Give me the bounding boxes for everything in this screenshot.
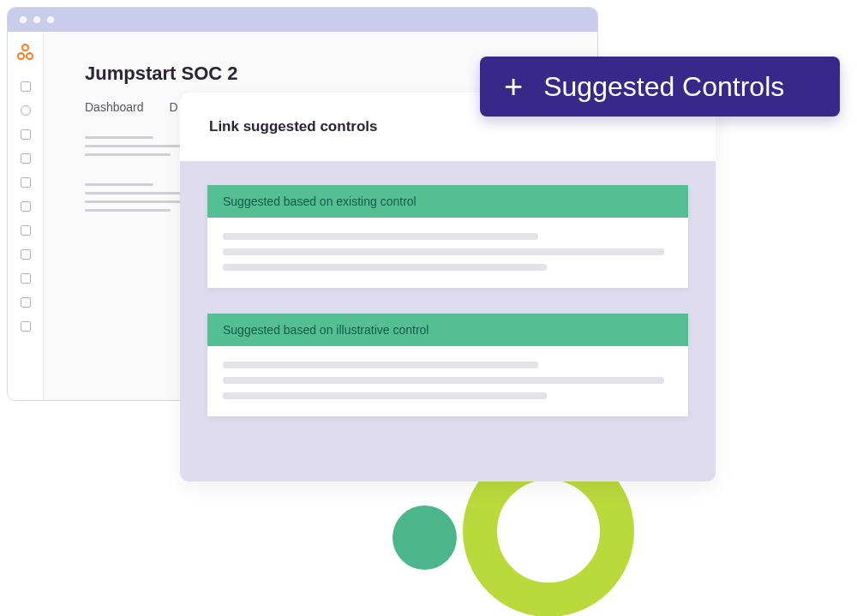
suggestion-card-content (207, 218, 688, 288)
placeholder-line (223, 264, 547, 271)
traffic-light-icon (47, 16, 54, 23)
suggestion-card-content (207, 346, 688, 416)
suggestion-card-header: Suggested based on existing control (207, 185, 688, 218)
sidebar-item-icon[interactable] (21, 201, 31, 212)
sidebar-item-icon[interactable] (21, 129, 31, 140)
suggested-controls-button[interactable]: + Suggested Controls (480, 57, 840, 117)
suggestion-card-illustrative[interactable]: Suggested based on illustrative control (207, 314, 688, 416)
sidebar-item-icon[interactable] (21, 249, 31, 260)
sidebar-item-icon[interactable] (21, 177, 31, 188)
sidebar-item-icon[interactable] (21, 81, 31, 92)
sidebar-item-icon[interactable] (21, 297, 31, 308)
suggestion-card-existing[interactable]: Suggested based on existing control (207, 185, 688, 288)
placeholder-line (223, 233, 538, 240)
sidebar-item-icon[interactable] (21, 153, 31, 164)
tab-truncated[interactable]: D (170, 100, 178, 114)
decorative-dot (393, 505, 457, 570)
traffic-light-icon (20, 16, 27, 23)
plus-icon: + (504, 70, 523, 103)
link-controls-modal: Link suggested controls Suggested based … (180, 93, 716, 481)
suggestion-card-header: Suggested based on illustrative control (207, 314, 688, 346)
sidebar-item-icon[interactable] (21, 105, 31, 116)
modal-title: Link suggested controls (209, 118, 377, 135)
placeholder-line (223, 362, 538, 368)
placeholder-line (223, 392, 547, 399)
modal-body: Suggested based on existing control Sugg… (180, 161, 716, 440)
sidebar (8, 32, 44, 400)
sidebar-item-icon[interactable] (21, 225, 31, 236)
button-label: Suggested Controls (543, 71, 784, 103)
placeholder-line (223, 248, 664, 255)
placeholder-line (223, 377, 664, 384)
sidebar-item-icon[interactable] (21, 321, 31, 332)
tab-dashboard[interactable]: Dashboard (85, 100, 144, 114)
window-titlebar (8, 8, 597, 32)
traffic-light-icon (33, 16, 40, 23)
sidebar-item-icon[interactable] (21, 273, 31, 284)
app-logo-icon (17, 44, 34, 61)
